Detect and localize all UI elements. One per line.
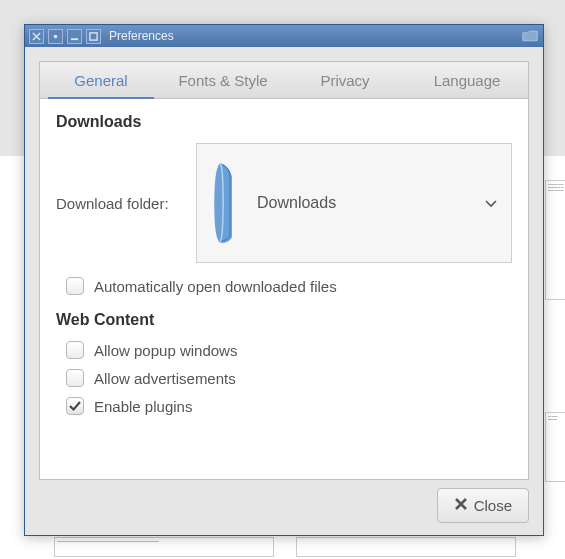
auto-open-label: Automatically open downloaded files (94, 278, 337, 295)
checkbox-icon (66, 341, 84, 359)
web-content-heading: Web Content (56, 311, 512, 329)
close-button[interactable]: Close (437, 488, 529, 523)
background-thumb: ▬▬▬▬▬▬▬▬▬▬▬▬▬▬▬▬▬▬▬▬▬▬▬▬▬▬▬▬▬▬▬▬▬▬ (54, 537, 274, 557)
background-fragments: ▬▬▬ ▬▬ ▬▬▬▬ ▬ ▬▬ ▬▬▬ ▬ ▬▬ ▬▬▬ (545, 180, 565, 559)
chevron-down-icon (485, 195, 497, 211)
close-window-button[interactable] (29, 29, 44, 44)
folder-icon (207, 159, 249, 247)
checkbox-icon (66, 369, 84, 387)
auto-open-checkbox[interactable]: Automatically open downloaded files (66, 277, 512, 295)
enable-plugins-checkbox[interactable]: Enable plugins (66, 397, 512, 415)
download-folder-select[interactable]: Downloads (196, 143, 512, 263)
downloads-heading: Downloads (56, 113, 512, 131)
shade-window-button[interactable] (48, 29, 63, 44)
allow-popups-label: Allow popup windows (94, 342, 237, 359)
close-button-label: Close (474, 497, 512, 514)
allow-ads-checkbox[interactable]: Allow advertisements (66, 369, 512, 387)
preferences-window: Preferences General Fonts & Style Privac… (24, 24, 544, 536)
enable-plugins-label: Enable plugins (94, 398, 192, 415)
svg-point-0 (54, 34, 58, 38)
background-thumb (296, 537, 516, 557)
tab-language[interactable]: Language (406, 62, 528, 98)
window-folder-icon[interactable] (521, 29, 539, 43)
close-icon (454, 497, 468, 514)
svg-rect-1 (71, 38, 78, 40)
tabs: General Fonts & Style Privacy Language (39, 61, 529, 99)
allow-popups-checkbox[interactable]: Allow popup windows (66, 341, 512, 359)
tab-fonts-style[interactable]: Fonts & Style (162, 62, 284, 98)
checkbox-icon (66, 397, 84, 415)
svg-rect-2 (90, 32, 97, 39)
titlebar[interactable]: Preferences (25, 25, 543, 47)
download-folder-label: Download folder: (56, 195, 186, 212)
tab-privacy[interactable]: Privacy (284, 62, 406, 98)
allow-ads-label: Allow advertisements (94, 370, 236, 387)
maximize-window-button[interactable] (86, 29, 101, 44)
checkbox-icon (66, 277, 84, 295)
general-panel: Downloads Download folder: Downloads (39, 99, 529, 480)
dialog-footer: Close (25, 488, 543, 535)
download-folder-value: Downloads (257, 194, 336, 212)
tab-general[interactable]: General (40, 62, 162, 98)
minimize-window-button[interactable] (67, 29, 82, 44)
window-title: Preferences (109, 29, 174, 43)
